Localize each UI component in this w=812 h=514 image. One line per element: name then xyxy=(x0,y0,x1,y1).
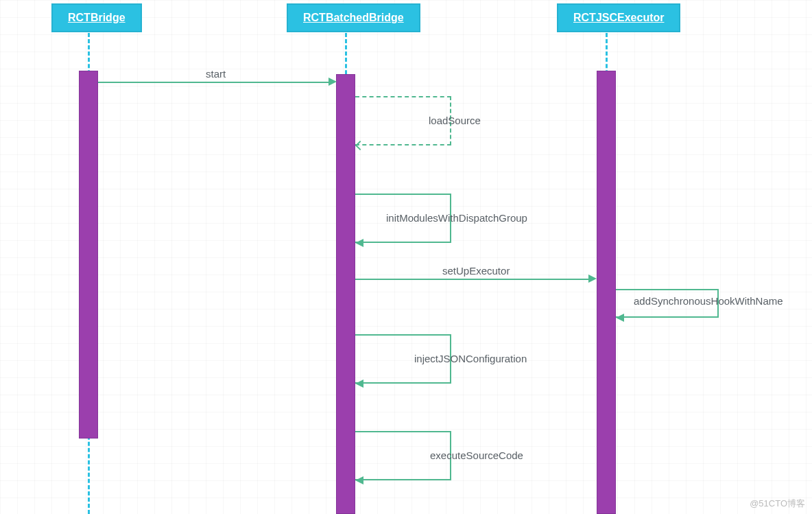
arrow-setupexecutor xyxy=(355,279,593,280)
activation-rctbatchedbridge xyxy=(336,74,355,514)
participant-rctjscexecutor: RCTJSCExecutor xyxy=(557,3,680,32)
arrow-start-head xyxy=(329,78,337,86)
label-addsynchook: addSynchronousHookWithName xyxy=(634,295,783,307)
label-initmodules: initModulesWithDispatchGroup xyxy=(386,212,527,224)
activation-rctbridge xyxy=(79,71,98,439)
label-start: start xyxy=(206,68,226,80)
label-injectjson: injectJSONConfiguration xyxy=(414,353,527,364)
self-executesource-head xyxy=(355,476,363,484)
label-executesource: executeSourceCode xyxy=(430,449,523,461)
activation-rctjscexecutor xyxy=(597,71,616,514)
participant-rctbridge: RCTBridge xyxy=(51,3,142,32)
arrow-setupexecutor-head xyxy=(588,274,597,283)
watermark: @51CTO博客 xyxy=(750,498,805,510)
participant-rctbatchedbridge: RCTBatchedBridge xyxy=(287,3,420,32)
self-injectjson-head xyxy=(355,379,363,388)
arrow-start xyxy=(98,82,333,83)
label-loadsource: loadSource xyxy=(429,115,481,126)
self-initmodules-head xyxy=(355,239,363,247)
self-addsynchook-head xyxy=(616,314,624,322)
label-setupexecutor: setUpExecutor xyxy=(442,265,510,277)
